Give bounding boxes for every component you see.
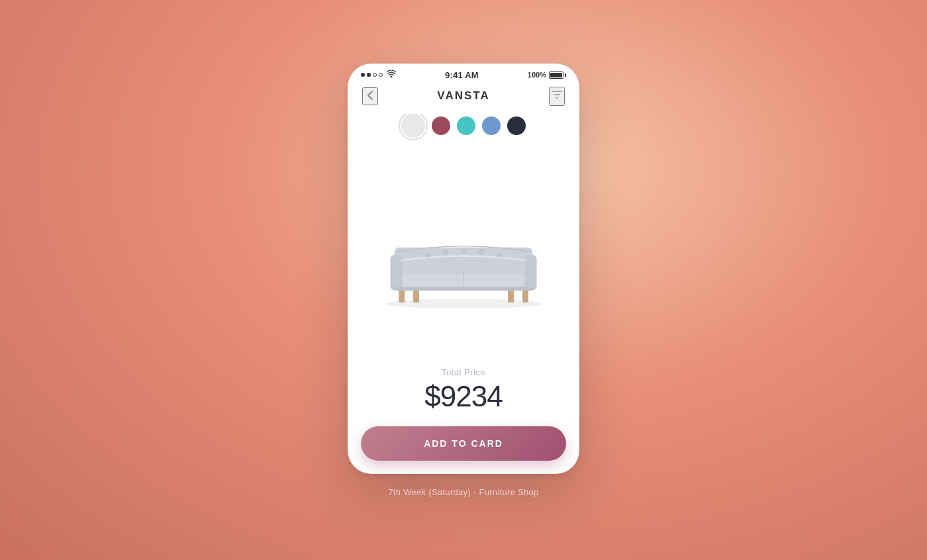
- price-value: $9234: [424, 380, 502, 413]
- battery-tip: [565, 73, 566, 77]
- sofa-image: [367, 207, 560, 308]
- filter-button[interactable]: [549, 87, 565, 106]
- signal-dot-3: [373, 73, 377, 77]
- status-right: 100%: [528, 71, 566, 79]
- svg-rect-3: [508, 289, 514, 303]
- battery-fill: [550, 73, 562, 77]
- svg-rect-15: [395, 287, 532, 290]
- swatch-teal[interactable]: [457, 117, 475, 135]
- price-section: Total Price $9234: [424, 367, 502, 413]
- svg-point-0: [385, 299, 542, 309]
- swatch-dark[interactable]: [507, 117, 526, 135]
- status-bar: 9:41 AM 100%: [348, 64, 579, 84]
- price-label: Total Price: [424, 367, 502, 377]
- page-wrapper: 9:41 AM 100% VANSTA: [348, 64, 579, 497]
- swatch-blue[interactable]: [482, 117, 501, 135]
- status-time: 9:41 AM: [445, 70, 479, 80]
- footer-text: 7th Week (Saturday) - Furniture Shop: [388, 487, 538, 497]
- battery-icon: [549, 71, 566, 79]
- nav-bar: VANSTA: [348, 84, 579, 114]
- battery-body: [549, 71, 563, 79]
- svg-rect-1: [399, 289, 405, 303]
- page-title: VANSTA: [437, 89, 489, 103]
- signal-dot-2: [367, 73, 371, 77]
- sofa-container: [361, 148, 566, 367]
- battery-percent: 100%: [528, 71, 546, 79]
- back-button[interactable]: [362, 87, 378, 105]
- swatch-rose[interactable]: [432, 117, 450, 135]
- svg-rect-4: [522, 289, 528, 303]
- svg-rect-2: [413, 289, 419, 303]
- content-area: Total Price $9234 ADD TO CARD: [348, 114, 579, 474]
- add-to-cart-button[interactable]: ADD TO CARD: [361, 426, 566, 461]
- wifi-icon: [387, 70, 396, 79]
- signal-dots: [361, 73, 383, 77]
- signal-dot-4: [379, 73, 383, 77]
- color-swatches: [401, 114, 526, 138]
- signal-dot-1: [361, 73, 365, 77]
- phone-frame: 9:41 AM 100% VANSTA: [348, 64, 579, 474]
- svg-rect-6: [395, 248, 532, 274]
- swatch-white[interactable]: [401, 114, 425, 138]
- status-left: [361, 70, 396, 79]
